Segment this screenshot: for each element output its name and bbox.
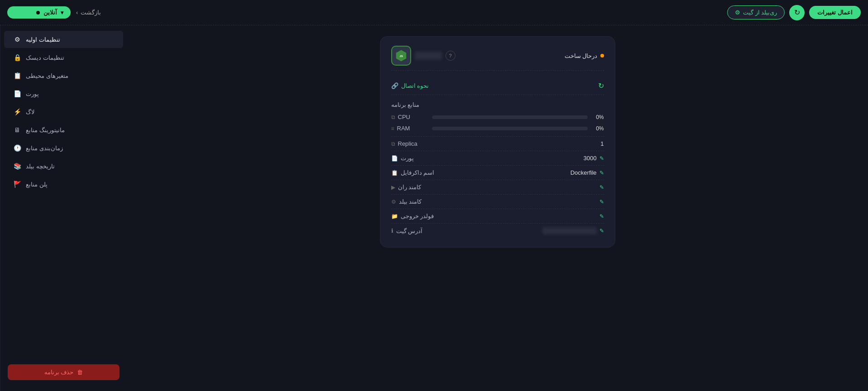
port-edit-icon[interactable]: ✎ bbox=[599, 155, 604, 162]
sidebar-item-log[interactable]: لاگ ⚡ bbox=[4, 103, 123, 120]
status-pill[interactable]: ▾ آنلاین bbox=[7, 6, 71, 19]
ram-copy-icon[interactable]: ≡ bbox=[391, 125, 394, 132]
build-cmd-icon: ⚙ bbox=[391, 199, 396, 205]
port-row: ✎ 3000 پورت 📄 bbox=[391, 151, 604, 165]
link-icon: 🔗 bbox=[391, 82, 398, 89]
dockerfile-value: Dockerfile bbox=[571, 169, 597, 176]
run-cmd-value-container: ✎ bbox=[599, 184, 604, 191]
sidebar-item-env-vars[interactable]: متغیرهای محیطی 📋 bbox=[4, 67, 123, 84]
delete-app-button[interactable]: 🗑 حذف برنامه bbox=[8, 364, 120, 380]
env-icon: 📋 bbox=[13, 72, 21, 80]
app-card: درحال ساخت ? •••••• JS ↻ bbox=[380, 36, 615, 248]
log-icon: ⚡ bbox=[13, 108, 21, 116]
build-cmd-label-container: کامند بیلد ⚙ bbox=[391, 198, 422, 205]
replica-row: 1 Replica ⧉ bbox=[391, 136, 604, 151]
sidebar-item-basic-settings[interactable]: تنظیمات اولیه ⚙ bbox=[4, 31, 123, 48]
build-cmd-edit-icon[interactable]: ✎ bbox=[599, 199, 604, 205]
topbar-left: اعمال تغییرات ↻ ری‌بیلد از گیت ⚙ bbox=[727, 5, 861, 20]
sidebar-item-resource-plan[interactable]: پلن منابع 🚩 bbox=[4, 176, 123, 193]
sidebar-label-resource-monitoring: مانیتورینگ منابع bbox=[26, 127, 65, 134]
rebuild-label: ری‌بیلد از گیت bbox=[743, 9, 777, 16]
port-label: پورت bbox=[401, 155, 414, 162]
sidebar-bottom: 🗑 حذف برنامه bbox=[0, 359, 127, 386]
cpu-percent: 0% bbox=[591, 114, 604, 120]
refresh-icon: ↻ bbox=[794, 8, 800, 17]
build-cmd-value-container: ✎ bbox=[599, 199, 604, 205]
main-content: درحال ساخت ? •••••• JS ↻ bbox=[127, 25, 868, 391]
run-cmd-icon: ▶ bbox=[391, 184, 395, 191]
replica-copy-icon[interactable]: ⧉ bbox=[391, 141, 395, 147]
sidebar-label-port: پورت bbox=[26, 91, 39, 97]
ram-percent: 0% bbox=[591, 125, 604, 132]
run-cmd-row: ✎ کامند ران ▶ bbox=[391, 180, 604, 194]
back-button[interactable]: بازگشت › bbox=[76, 9, 101, 16]
sidebar-item-disk-settings[interactable]: تنظیمات دیسک 🔒 bbox=[4, 49, 123, 66]
sidebar-item-resource-scheduling[interactable]: زمان‌بندی منابع 🕐 bbox=[4, 139, 123, 157]
sidebar-label-build-history: تاریخچه بیلد bbox=[26, 163, 55, 170]
svg-text:JS: JS bbox=[399, 54, 403, 57]
replica-value-container: 1 bbox=[600, 140, 604, 147]
sidebar-label-resource-scheduling: زمان‌بندی منابع bbox=[26, 145, 63, 152]
output-folder-label: فولدر خروجی bbox=[401, 213, 434, 219]
dockerfile-edit-icon[interactable]: ✎ bbox=[599, 170, 604, 176]
apply-changes-label: اعمال تغییرات bbox=[817, 9, 853, 16]
chevron-right-icon: › bbox=[76, 9, 78, 16]
output-folder-row: ✎ فولدر خروجی 📁 bbox=[391, 209, 604, 223]
sidebar-item-resource-monitoring[interactable]: مانیتورینگ منابع 🖥 bbox=[4, 121, 123, 138]
connection-refresh-icon[interactable]: ↻ bbox=[598, 81, 604, 90]
port-label-container: پورت 📄 bbox=[391, 155, 414, 162]
replica-value: 1 bbox=[600, 140, 604, 147]
sidebar-label-log: لاگ bbox=[26, 109, 34, 115]
back-label: بازگشت bbox=[81, 9, 101, 16]
lock-icon: 🔒 bbox=[13, 53, 21, 62]
dockerfile-label-container: اسم داکرفایل 📋 bbox=[391, 169, 435, 176]
dockerfile-label: اسم داکرفایل bbox=[401, 169, 435, 176]
apply-changes-button[interactable]: اعمال تغییرات bbox=[809, 6, 861, 19]
port-icon: 📄 bbox=[13, 90, 21, 98]
building-status: درحال ساخت bbox=[565, 52, 604, 59]
history-icon: 📚 bbox=[13, 162, 21, 170]
run-cmd-label-container: کامند ران ▶ bbox=[391, 184, 422, 191]
output-folder-label-container: فولدر خروجی 📁 bbox=[391, 213, 434, 219]
git-address-row: ✎ آدرس گیت ℹ bbox=[391, 223, 604, 238]
cpu-label: CPU bbox=[398, 114, 410, 120]
flag-icon: 🚩 bbox=[13, 180, 21, 188]
build-cmd-row: ✎ کامند بیلد ⚙ bbox=[391, 194, 604, 209]
building-label: درحال ساخت bbox=[565, 52, 598, 59]
git-address-label-container: آدرس گیت ℹ bbox=[391, 228, 423, 234]
git-address-edit-icon[interactable]: ✎ bbox=[599, 228, 604, 234]
resources-title: منابع برنامه bbox=[391, 101, 604, 108]
sidebar-items: تنظیمات اولیه ⚙ تنظیمات دیسک 🔒 متغیرهای … bbox=[0, 31, 127, 193]
cpu-progress-bg bbox=[432, 115, 588, 119]
building-dot bbox=[600, 54, 604, 57]
dockerfile-value-container: ✎ Dockerfile bbox=[571, 169, 604, 176]
connection-link[interactable]: نحوه اتصال 🔗 bbox=[391, 82, 429, 89]
sidebar-item-build-history[interactable]: تاریخچه بیلد 📚 bbox=[4, 157, 123, 175]
git-info-icon: ℹ bbox=[391, 228, 393, 234]
cpu-copy-icon[interactable]: ⧉ bbox=[391, 114, 395, 120]
build-cmd-label: کامند بیلد bbox=[399, 198, 422, 205]
ram-label: RAM bbox=[397, 125, 410, 132]
rebuild-button[interactable]: ری‌بیلد از گیت ⚙ bbox=[727, 5, 785, 19]
git-address-label: آدرس گیت bbox=[396, 228, 423, 234]
git-address-value-container: ✎ bbox=[542, 227, 604, 234]
ram-row: 0% RAM ≡ bbox=[391, 125, 604, 132]
card-header-right: درحال ساخت bbox=[565, 52, 604, 59]
port-value: 3000 bbox=[584, 155, 597, 162]
run-cmd-edit-icon[interactable]: ✎ bbox=[599, 184, 604, 191]
port-value-container: ✎ 3000 bbox=[584, 155, 604, 162]
delete-label: حذف برنامه bbox=[44, 369, 74, 376]
replica-label: Replica bbox=[398, 140, 417, 147]
connection-row: ↻ نحوه اتصال 🔗 bbox=[391, 77, 604, 95]
help-button[interactable]: ? bbox=[446, 51, 456, 61]
topbar-right: بازگشت › ▾ آنلاین bbox=[7, 6, 101, 19]
topbar: اعمال تغییرات ↻ ری‌بیلد از گیت ⚙ بازگشت … bbox=[0, 0, 868, 25]
card-header-left: ? •••••• JS bbox=[391, 46, 456, 66]
gear-icon: ⚙ bbox=[735, 9, 740, 16]
output-folder-value-container: ✎ bbox=[599, 213, 604, 219]
output-folder-edit-icon[interactable]: ✎ bbox=[599, 213, 604, 219]
nodejs-logo: JS bbox=[391, 46, 411, 66]
cpu-bar-container: 0% bbox=[432, 114, 604, 120]
refresh-button[interactable]: ↻ bbox=[789, 5, 805, 20]
sidebar-item-port[interactable]: پورت 📄 bbox=[4, 85, 123, 102]
